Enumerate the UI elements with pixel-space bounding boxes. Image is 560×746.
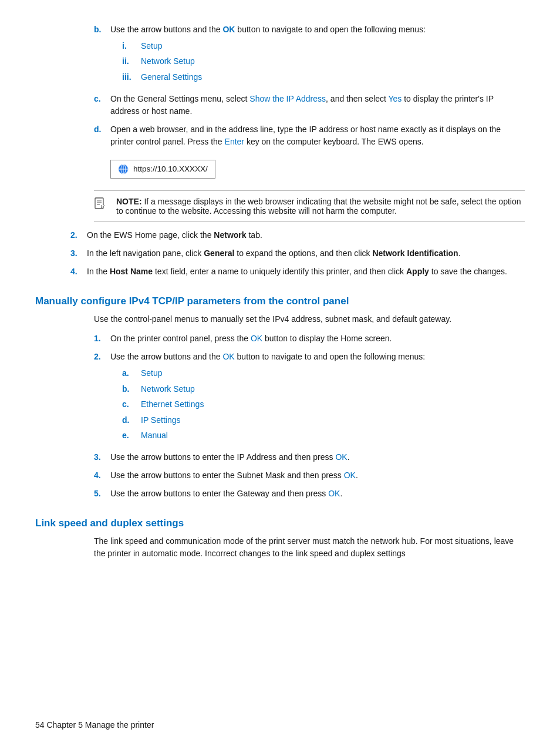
s2-step-3-pre: Use the arrow buttons to enter the IP Ad… [110, 452, 335, 462]
s2-sub-c: c. Ethernet Settings [122, 398, 525, 411]
item-b-sublist: i. Setup ii. Network Setup iii. General … [122, 39, 525, 83]
sub-item-i: i. Setup [122, 39, 525, 52]
s2-sub-a-label: a. [122, 367, 141, 379]
s2-step-5: 5. Use the arrow buttons to enter the Ga… [94, 488, 525, 500]
s2-step-1-pre: On the printer control panel, press the [110, 334, 251, 343]
s2-step-1-post: button to display the Home screen. [262, 334, 392, 343]
s2-step-3-ok: OK [335, 452, 347, 462]
footer-text: 54 Chapter 5 Manage the printer [35, 720, 154, 730]
item-d-text-post: key on the computer keyboard. The EWS op… [244, 137, 424, 146]
page-footer: 54 Chapter 5 Manage the printer [35, 720, 154, 730]
enter-link: Enter [225, 137, 244, 146]
item-b-ok: OK [222, 25, 235, 34]
step-4-bold1: Host Name [110, 267, 153, 276]
s2-step-2-pre: Use the arrow buttons and the [110, 352, 222, 361]
item-c-content: On the General Settings menu, select Sho… [110, 93, 525, 117]
show-ip-link: Show the IP Address [249, 94, 326, 103]
step-3-bold2: Network Identification [372, 248, 458, 258]
item-c: c. On the General Settings menu, select … [94, 93, 525, 117]
s2-step-2-content: Use the arrow buttons and the OK button … [110, 351, 525, 445]
s2-step-1: 1. On the printer control panel, press t… [94, 332, 525, 345]
item-b-text-post: button to navigate to and open the follo… [235, 25, 426, 34]
section2-steps: 1. On the printer control panel, press t… [94, 332, 525, 500]
item-d-content: Open a web browser, and in the address l… [110, 123, 525, 184]
sub-content-ii: Network Setup [141, 55, 525, 68]
item-c-text-pre: On the General Settings menu, select [110, 94, 249, 103]
s2-sub-c-content: Ethernet Settings [141, 398, 525, 411]
s2-step-1-num: 1. [94, 332, 110, 345]
item-b-label: b. [94, 23, 110, 87]
s2-step-2-ok: OK [222, 352, 234, 361]
sub-label-ii: ii. [122, 55, 141, 68]
yes-link: Yes [388, 94, 402, 103]
s2-step-3-content: Use the arrow buttons to enter the IP Ad… [110, 451, 525, 463]
s2-sub-b: b. Network Setup [122, 382, 525, 395]
s2-step-4-post: . [356, 471, 358, 480]
s2-step-3-post: . [348, 452, 350, 462]
s2-step-3-num: 3. [94, 451, 110, 463]
step-2-content: On the EWS Home page, click the Network … [87, 229, 525, 241]
s2-step-4-pre: Use the arrow buttons to enter the Subne… [110, 471, 344, 480]
s2-sub-d: d. IP Settings [122, 414, 525, 426]
step-3-mid: to expand the options, and then click [234, 248, 372, 258]
step-4-content: In the Host Name text field, enter a nam… [87, 266, 525, 278]
step-2-num: 2. [70, 229, 87, 241]
s2-step-4: 4. Use the arrow buttons to enter the Su… [94, 469, 525, 482]
item-d-label: d. [94, 123, 110, 184]
sub-content-iii: General Settings [141, 70, 525, 83]
s2-sub-e-label: e. [122, 429, 141, 442]
step-4-pre: In the [87, 267, 110, 276]
step-2: 2. On the EWS Home page, click the Netwo… [70, 229, 525, 241]
step-3-post: . [458, 248, 461, 258]
s2-step-4-ok: OK [344, 471, 356, 480]
s2-sub-d-label: d. [122, 414, 141, 426]
step-2-post: tab. [247, 230, 262, 240]
sub-label-i: i. [122, 39, 141, 52]
step-4-mid: text field, enter a name to uniquely ide… [153, 267, 406, 276]
sub-content-i: Setup [141, 39, 525, 52]
section3-heading: Link speed and duplex settings [35, 518, 525, 529]
s2-sub-d-content: IP Settings [141, 414, 525, 426]
note-content: NOTE: If a message displays in the web b… [116, 197, 525, 216]
sub-label-iii: iii. [122, 70, 141, 83]
note-label: NOTE: [116, 197, 142, 206]
s2-step-5-content: Use the arrow buttons to enter the Gatew… [110, 488, 525, 500]
s2-step-2-num: 2. [94, 351, 110, 445]
step-4-num: 4. [70, 266, 87, 278]
item-c-text-mid: , and then select [326, 94, 388, 103]
s2-step-3: 3. Use the arrow buttons to enter the IP… [94, 451, 525, 463]
s2-step-5-pre: Use the arrow buttons to enter the Gatew… [110, 489, 328, 498]
section2-intro: Use the control-panel menus to manually … [94, 313, 525, 325]
s2-sub-a: a. Setup [122, 367, 525, 379]
url-box: https://10.10.XXXXX/ [110, 160, 215, 179]
section3-intro: The link speed and communication mode of… [94, 535, 525, 560]
main-steps-top: 2. On the EWS Home page, click the Netwo… [70, 229, 525, 278]
step-3: 3. In the left navigation pane, click Ge… [70, 247, 525, 260]
url-text: https://10.10.XXXXX/ [133, 163, 208, 175]
s2-sub-b-content: Network Setup [141, 382, 525, 395]
sub-item-iii: iii. General Settings [122, 70, 525, 83]
s2-step-2: 2. Use the arrow buttons and the OK butt… [94, 351, 525, 445]
note-svg-icon [94, 197, 107, 210]
step-4-bold2: Apply [406, 267, 429, 276]
sub-item-ii: ii. Network Setup [122, 55, 525, 68]
step-3-pre: In the left navigation pane, click [87, 248, 204, 258]
s2-sub-e-content: Manual [141, 429, 525, 442]
s2-step-2-post: button to navigate to and open the follo… [235, 352, 426, 361]
s2-step-1-ok: OK [251, 334, 262, 343]
item-b-content: Use the arrow buttons and the OK button … [110, 23, 525, 87]
item-b-text-pre: Use the arrow buttons and the [110, 25, 222, 34]
s2-step-2-sublist: a. Setup b. Network Setup c. Ethernet Se… [122, 367, 525, 442]
s2-step-5-post: . [340, 489, 342, 498]
s2-sub-a-content: Setup [141, 367, 525, 379]
s2-sub-b-label: b. [122, 382, 141, 395]
note-icon [94, 197, 112, 212]
step-3-num: 3. [70, 247, 87, 260]
note-box: NOTE: If a message displays in the web b… [94, 190, 525, 222]
s2-step-4-num: 4. [94, 469, 110, 482]
step-4: 4. In the Host Name text field, enter a … [70, 266, 525, 278]
step-2-bold: Network [214, 230, 246, 240]
s2-step-5-ok: OK [328, 489, 340, 498]
browser-icon [118, 164, 129, 174]
step-4-post: to save the changes. [429, 267, 507, 276]
